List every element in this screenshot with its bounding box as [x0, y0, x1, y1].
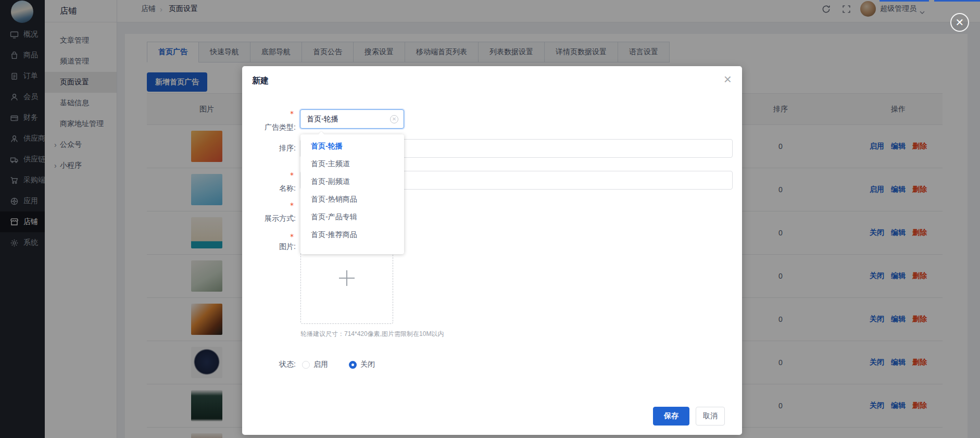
ad-type-select[interactable]: 首页-轮播 ✕ [300, 109, 404, 129]
radio-circle [302, 361, 310, 369]
dropdown-option[interactable]: 首页-热销商品 [300, 191, 404, 208]
top-edge-strip [880, 0, 929, 2]
dropdown-option[interactable]: 首页-主频道 [300, 155, 404, 173]
modal-footer: 保存 取消 [653, 407, 725, 426]
form-row-status: 状态: 启用 关闭 [242, 355, 742, 374]
modal-title: 新建 [252, 76, 269, 86]
status-radio-group: 启用 关闭 [302, 355, 396, 374]
form-row-ad-type: 广告类型: 首页-轮播 ✕ [242, 109, 742, 129]
top-edge-strip [934, 0, 980, 2]
status-radio-unchecked[interactable]: 启用 [302, 360, 328, 369]
cancel-button[interactable]: 取消 [696, 407, 725, 426]
status-label: 状态: [242, 355, 296, 374]
display-mode-label: 展示方式: [242, 201, 296, 220]
modal-close-icon[interactable]: × [724, 72, 732, 86]
ad-type-dropdown: 首页-轮播首页-主频道首页-副频道首页-热销商品首页-产品专辑首页-推荐商品 [300, 134, 404, 254]
plus-icon [339, 270, 355, 286]
admin-screen: 概况 商品 订单 会员 财务 供应商 供应链 采购端 应用 店铺 系统 店铺 文… [0, 0, 980, 438]
new-ad-modal: 新建 × 广告类型: 首页-轮播 ✕ 排序: 名称: 展示方式: [242, 66, 742, 435]
clear-icon[interactable]: ✕ [390, 115, 398, 123]
image-label: 图片: [242, 232, 296, 245]
radio-circle [349, 361, 357, 369]
dropdown-option[interactable]: 首页-轮播 [300, 137, 404, 155]
name-label: 名称: [242, 171, 296, 190]
dropdown-option[interactable]: 首页-推荐商品 [300, 226, 404, 244]
ad-type-label: 广告类型: [242, 109, 296, 129]
floating-close-button[interactable]: ✕ [950, 13, 969, 32]
save-button[interactable]: 保存 [653, 407, 689, 426]
dropdown-option[interactable]: 首页-副频道 [300, 173, 404, 191]
status-radio-checked[interactable]: 关闭 [349, 360, 375, 369]
sort-label: 排序: [242, 139, 296, 158]
ad-type-value: 首页-轮播 [307, 115, 338, 124]
dropdown-option[interactable]: 首页-产品专辑 [300, 208, 404, 226]
image-size-hint: 轮播建议尺寸：714*420像素,图片需限制在10M以内 [300, 330, 444, 339]
